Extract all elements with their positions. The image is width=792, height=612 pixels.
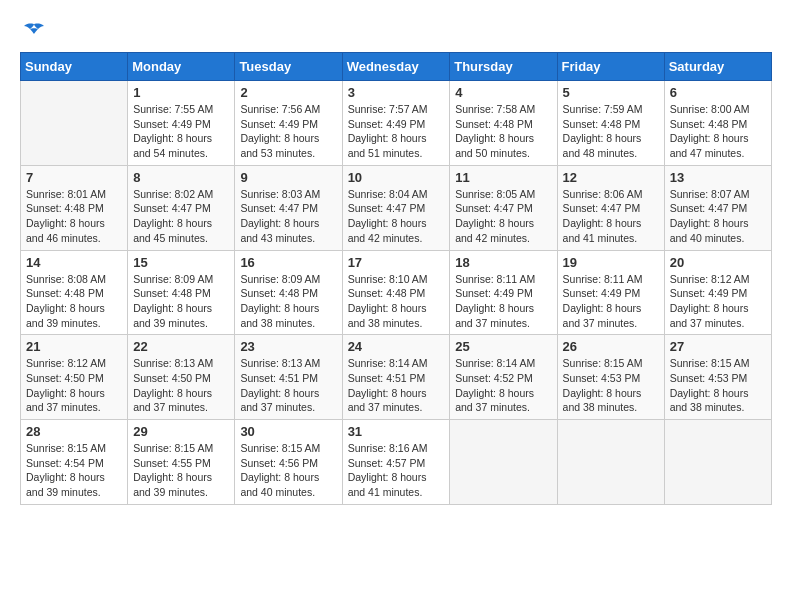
day-number: 6 xyxy=(670,85,766,100)
day-number: 15 xyxy=(133,255,229,270)
calendar-cell: 5Sunrise: 7:59 AM Sunset: 4:48 PM Daylig… xyxy=(557,81,664,166)
day-number: 20 xyxy=(670,255,766,270)
day-number: 30 xyxy=(240,424,336,439)
day-number: 8 xyxy=(133,170,229,185)
calendar-header-tuesday: Tuesday xyxy=(235,53,342,81)
calendar-cell: 25Sunrise: 8:14 AM Sunset: 4:52 PM Dayli… xyxy=(450,335,557,420)
calendar-cell: 17Sunrise: 8:10 AM Sunset: 4:48 PM Dayli… xyxy=(342,250,450,335)
day-number: 22 xyxy=(133,339,229,354)
calendar-table: SundayMondayTuesdayWednesdayThursdayFrid… xyxy=(20,52,772,505)
calendar-cell: 13Sunrise: 8:07 AM Sunset: 4:47 PM Dayli… xyxy=(664,165,771,250)
day-number: 18 xyxy=(455,255,551,270)
calendar-cell: 16Sunrise: 8:09 AM Sunset: 4:48 PM Dayli… xyxy=(235,250,342,335)
calendar-cell: 4Sunrise: 7:58 AM Sunset: 4:48 PM Daylig… xyxy=(450,81,557,166)
day-info: Sunrise: 8:04 AM Sunset: 4:47 PM Dayligh… xyxy=(348,187,445,246)
calendar-cell: 9Sunrise: 8:03 AM Sunset: 4:47 PM Daylig… xyxy=(235,165,342,250)
calendar-header-row: SundayMondayTuesdayWednesdayThursdayFrid… xyxy=(21,53,772,81)
calendar-header-sunday: Sunday xyxy=(21,53,128,81)
calendar-cell: 28Sunrise: 8:15 AM Sunset: 4:54 PM Dayli… xyxy=(21,420,128,505)
calendar-cell: 14Sunrise: 8:08 AM Sunset: 4:48 PM Dayli… xyxy=(21,250,128,335)
calendar-cell xyxy=(664,420,771,505)
day-number: 17 xyxy=(348,255,445,270)
calendar-cell xyxy=(557,420,664,505)
calendar-cell: 26Sunrise: 8:15 AM Sunset: 4:53 PM Dayli… xyxy=(557,335,664,420)
calendar-cell: 1Sunrise: 7:55 AM Sunset: 4:49 PM Daylig… xyxy=(128,81,235,166)
day-info: Sunrise: 8:06 AM Sunset: 4:47 PM Dayligh… xyxy=(563,187,659,246)
day-number: 24 xyxy=(348,339,445,354)
calendar-header-wednesday: Wednesday xyxy=(342,53,450,81)
logo xyxy=(20,20,52,42)
day-info: Sunrise: 8:15 AM Sunset: 4:54 PM Dayligh… xyxy=(26,441,122,500)
calendar-header-monday: Monday xyxy=(128,53,235,81)
calendar-week-row: 14Sunrise: 8:08 AM Sunset: 4:48 PM Dayli… xyxy=(21,250,772,335)
calendar-week-row: 1Sunrise: 7:55 AM Sunset: 4:49 PM Daylig… xyxy=(21,81,772,166)
day-number: 1 xyxy=(133,85,229,100)
day-number: 2 xyxy=(240,85,336,100)
day-number: 13 xyxy=(670,170,766,185)
day-info: Sunrise: 8:01 AM Sunset: 4:48 PM Dayligh… xyxy=(26,187,122,246)
day-number: 5 xyxy=(563,85,659,100)
calendar-cell: 30Sunrise: 8:15 AM Sunset: 4:56 PM Dayli… xyxy=(235,420,342,505)
day-number: 26 xyxy=(563,339,659,354)
calendar-cell: 20Sunrise: 8:12 AM Sunset: 4:49 PM Dayli… xyxy=(664,250,771,335)
day-info: Sunrise: 8:15 AM Sunset: 4:53 PM Dayligh… xyxy=(563,356,659,415)
day-info: Sunrise: 8:08 AM Sunset: 4:48 PM Dayligh… xyxy=(26,272,122,331)
calendar-header-saturday: Saturday xyxy=(664,53,771,81)
day-number: 21 xyxy=(26,339,122,354)
day-number: 16 xyxy=(240,255,336,270)
day-info: Sunrise: 7:58 AM Sunset: 4:48 PM Dayligh… xyxy=(455,102,551,161)
day-number: 11 xyxy=(455,170,551,185)
day-info: Sunrise: 8:15 AM Sunset: 4:55 PM Dayligh… xyxy=(133,441,229,500)
calendar-header-friday: Friday xyxy=(557,53,664,81)
calendar-cell: 10Sunrise: 8:04 AM Sunset: 4:47 PM Dayli… xyxy=(342,165,450,250)
calendar-cell: 31Sunrise: 8:16 AM Sunset: 4:57 PM Dayli… xyxy=(342,420,450,505)
day-number: 12 xyxy=(563,170,659,185)
day-info: Sunrise: 8:14 AM Sunset: 4:52 PM Dayligh… xyxy=(455,356,551,415)
calendar-cell: 21Sunrise: 8:12 AM Sunset: 4:50 PM Dayli… xyxy=(21,335,128,420)
calendar-week-row: 21Sunrise: 8:12 AM Sunset: 4:50 PM Dayli… xyxy=(21,335,772,420)
calendar-cell xyxy=(450,420,557,505)
day-info: Sunrise: 8:09 AM Sunset: 4:48 PM Dayligh… xyxy=(133,272,229,331)
day-info: Sunrise: 7:59 AM Sunset: 4:48 PM Dayligh… xyxy=(563,102,659,161)
day-info: Sunrise: 8:13 AM Sunset: 4:50 PM Dayligh… xyxy=(133,356,229,415)
calendar-cell: 3Sunrise: 7:57 AM Sunset: 4:49 PM Daylig… xyxy=(342,81,450,166)
calendar-cell: 18Sunrise: 8:11 AM Sunset: 4:49 PM Dayli… xyxy=(450,250,557,335)
day-number: 25 xyxy=(455,339,551,354)
day-info: Sunrise: 8:16 AM Sunset: 4:57 PM Dayligh… xyxy=(348,441,445,500)
page-header xyxy=(20,20,772,42)
calendar-cell: 6Sunrise: 8:00 AM Sunset: 4:48 PM Daylig… xyxy=(664,81,771,166)
calendar-cell: 19Sunrise: 8:11 AM Sunset: 4:49 PM Dayli… xyxy=(557,250,664,335)
day-number: 28 xyxy=(26,424,122,439)
calendar-cell: 23Sunrise: 8:13 AM Sunset: 4:51 PM Dayli… xyxy=(235,335,342,420)
day-info: Sunrise: 7:55 AM Sunset: 4:49 PM Dayligh… xyxy=(133,102,229,161)
calendar-cell: 24Sunrise: 8:14 AM Sunset: 4:51 PM Dayli… xyxy=(342,335,450,420)
calendar-week-row: 7Sunrise: 8:01 AM Sunset: 4:48 PM Daylig… xyxy=(21,165,772,250)
calendar-cell: 7Sunrise: 8:01 AM Sunset: 4:48 PM Daylig… xyxy=(21,165,128,250)
day-number: 9 xyxy=(240,170,336,185)
day-info: Sunrise: 8:10 AM Sunset: 4:48 PM Dayligh… xyxy=(348,272,445,331)
day-info: Sunrise: 8:07 AM Sunset: 4:47 PM Dayligh… xyxy=(670,187,766,246)
calendar-cell: 27Sunrise: 8:15 AM Sunset: 4:53 PM Dayli… xyxy=(664,335,771,420)
day-number: 27 xyxy=(670,339,766,354)
day-info: Sunrise: 8:03 AM Sunset: 4:47 PM Dayligh… xyxy=(240,187,336,246)
day-info: Sunrise: 7:56 AM Sunset: 4:49 PM Dayligh… xyxy=(240,102,336,161)
day-info: Sunrise: 8:12 AM Sunset: 4:50 PM Dayligh… xyxy=(26,356,122,415)
day-info: Sunrise: 8:00 AM Sunset: 4:48 PM Dayligh… xyxy=(670,102,766,161)
day-info: Sunrise: 8:12 AM Sunset: 4:49 PM Dayligh… xyxy=(670,272,766,331)
day-number: 29 xyxy=(133,424,229,439)
calendar-cell: 29Sunrise: 8:15 AM Sunset: 4:55 PM Dayli… xyxy=(128,420,235,505)
day-number: 31 xyxy=(348,424,445,439)
day-info: Sunrise: 8:02 AM Sunset: 4:47 PM Dayligh… xyxy=(133,187,229,246)
day-info: Sunrise: 8:11 AM Sunset: 4:49 PM Dayligh… xyxy=(563,272,659,331)
day-info: Sunrise: 8:14 AM Sunset: 4:51 PM Dayligh… xyxy=(348,356,445,415)
calendar-cell xyxy=(21,81,128,166)
calendar-cell: 11Sunrise: 8:05 AM Sunset: 4:47 PM Dayli… xyxy=(450,165,557,250)
calendar-cell: 12Sunrise: 8:06 AM Sunset: 4:47 PM Dayli… xyxy=(557,165,664,250)
day-info: Sunrise: 8:05 AM Sunset: 4:47 PM Dayligh… xyxy=(455,187,551,246)
calendar-header-thursday: Thursday xyxy=(450,53,557,81)
day-number: 14 xyxy=(26,255,122,270)
calendar-cell: 22Sunrise: 8:13 AM Sunset: 4:50 PM Dayli… xyxy=(128,335,235,420)
day-number: 23 xyxy=(240,339,336,354)
calendar-cell: 15Sunrise: 8:09 AM Sunset: 4:48 PM Dayli… xyxy=(128,250,235,335)
day-info: Sunrise: 8:13 AM Sunset: 4:51 PM Dayligh… xyxy=(240,356,336,415)
